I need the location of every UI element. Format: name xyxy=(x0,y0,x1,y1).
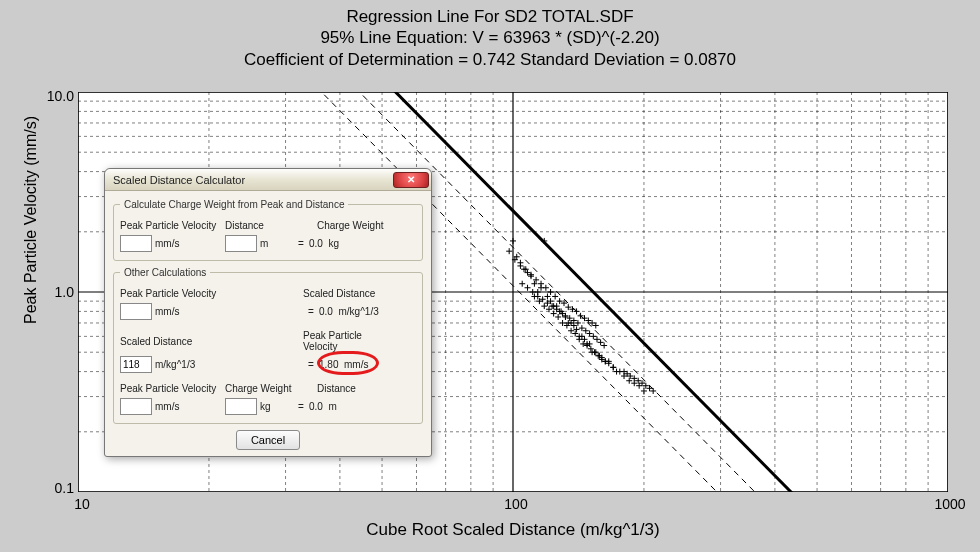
equals-2: = xyxy=(303,306,319,317)
distance-out: 0.0 m xyxy=(309,401,337,412)
x-tick-1000: 1000 xyxy=(930,496,970,512)
cancel-button[interactable]: Cancel xyxy=(236,430,300,450)
label-ppv-1: Peak Particle Velocity xyxy=(120,220,225,231)
label-charge-weight-1: Charge Weight xyxy=(317,220,409,231)
label-distance-1: Distance xyxy=(225,220,317,231)
close-icon[interactable]: ✕ xyxy=(393,172,429,188)
unit-mms-3: mm/s xyxy=(155,401,179,412)
equals-4: = xyxy=(293,401,309,412)
group-charge-weight: Calculate Charge Weight from Peak and Di… xyxy=(113,199,423,261)
charge-weight-input[interactable] xyxy=(225,398,257,415)
x-tick-10: 10 xyxy=(62,496,102,512)
label-ppv-3: Peak Particle Velocity xyxy=(120,383,225,394)
charge-weight-out: 0.0 kg xyxy=(309,238,339,249)
label-distance-3: Distance xyxy=(317,383,409,394)
ppv-input-3[interactable] xyxy=(120,398,152,415)
group1-legend: Calculate Charge Weight from Peak and Di… xyxy=(120,199,348,210)
unit-kg-2: kg xyxy=(260,401,271,412)
scaled-distance-input[interactable] xyxy=(120,356,152,373)
x-tick-100: 100 xyxy=(496,496,536,512)
dialog-titlebar[interactable]: Scaled Distance Calculator ✕ xyxy=(105,169,431,191)
label-scaled-distance-in: Scaled Distance xyxy=(120,336,225,347)
scaled-distance-out: 0.0 m/kg^1/3 xyxy=(319,306,379,317)
group-other-calculations: Other Calculations Peak Particle Velocit… xyxy=(113,267,423,424)
unit-mkg-1: m/kg^1/3 xyxy=(155,359,195,370)
y-tick-mid: 1.0 xyxy=(34,284,74,300)
dialog-title: Scaled Distance Calculator xyxy=(113,174,393,186)
label-charge-weight-3: Charge Weight xyxy=(225,383,317,394)
scaled-distance-dialog: Scaled Distance Calculator ✕ Calculate C… xyxy=(104,168,432,457)
unit-mms-1: mm/s xyxy=(155,238,179,249)
chart-equation: 95% Line Equation: V = 63963 * (SD)^(-2.… xyxy=(0,27,980,48)
unit-m-1: m xyxy=(260,238,268,249)
chart-title: Regression Line For SD2 TOTAL.SDF xyxy=(0,6,980,27)
label-ppv-2: Peak Particle Velocity xyxy=(120,288,225,299)
chart-stats: Coefficient of Determination = 0.742 Sta… xyxy=(0,49,980,70)
ppv-input-2[interactable] xyxy=(120,303,152,320)
group2-legend: Other Calculations xyxy=(120,267,210,278)
dialog-body: Calculate Charge Weight from Peak and Di… xyxy=(105,191,431,456)
ppv-input-1[interactable] xyxy=(120,235,152,252)
x-axis-label: Cube Root Scaled Distance (m/kg^1/3) xyxy=(78,520,948,540)
unit-mms-2: mm/s xyxy=(155,306,179,317)
ppv-out: 1.80 mm/s xyxy=(319,359,368,370)
label-scaled-distance-2: Scaled Distance xyxy=(303,288,395,299)
chart-header: Regression Line For SD2 TOTAL.SDF 95% Li… xyxy=(0,0,980,72)
equals-3: = xyxy=(303,359,319,370)
label-ppv-out: Peak Particle Velocity xyxy=(303,330,395,352)
distance-input-1[interactable] xyxy=(225,235,257,252)
y-tick-top: 10.0 xyxy=(34,88,74,104)
y-axis-label: Peak Particle Velocity (mm/s) xyxy=(22,70,40,370)
equals-1: = xyxy=(293,238,309,249)
y-tick-bot: 0.1 xyxy=(34,480,74,496)
